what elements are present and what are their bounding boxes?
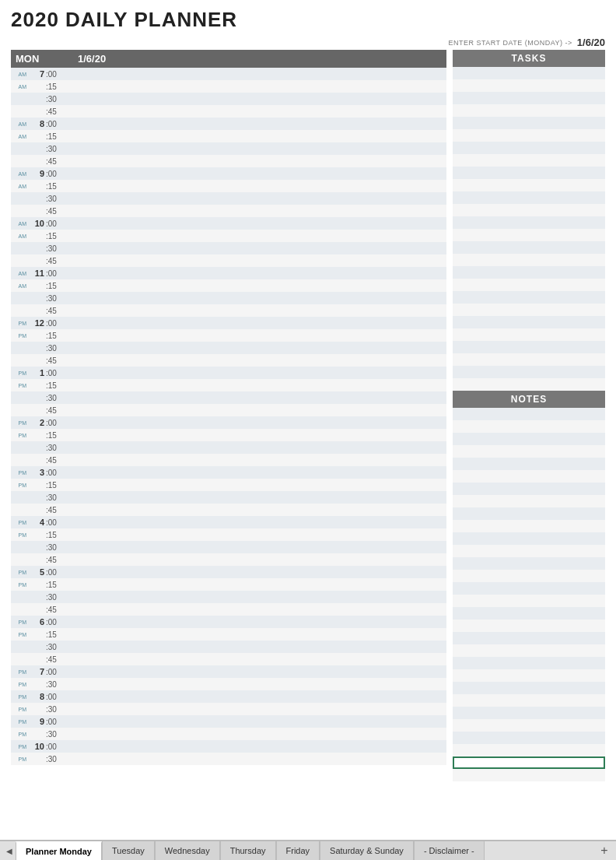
event-cell[interactable]	[62, 230, 446, 242]
time-row[interactable]: PM:15	[11, 429, 446, 441]
time-row[interactable]: PM5:00	[11, 566, 446, 578]
event-cell[interactable]	[62, 105, 446, 118]
tab-saturday--sunday[interactable]: Saturday & Sunday	[320, 841, 414, 860]
note-row[interactable]	[453, 408, 605, 420]
time-row[interactable]: :30	[11, 142, 446, 155]
event-cell[interactable]	[62, 254, 446, 267]
note-row[interactable]	[453, 682, 605, 694]
event-cell[interactable]	[62, 628, 446, 641]
event-cell[interactable]	[62, 68, 446, 80]
task-row[interactable]	[453, 353, 605, 366]
event-cell[interactable]	[62, 578, 446, 591]
time-row[interactable]: AM:15	[11, 279, 446, 292]
event-cell[interactable]	[62, 292, 446, 304]
time-row[interactable]: :45	[11, 504, 446, 516]
task-row[interactable]	[453, 204, 605, 216]
time-row[interactable]: PM:30	[11, 728, 446, 740]
task-row[interactable]	[453, 179, 605, 191]
task-row[interactable]	[453, 279, 605, 291]
time-row[interactable]: :30	[11, 541, 446, 553]
event-cell[interactable]	[62, 242, 446, 254]
time-row[interactable]: :45	[11, 304, 446, 317]
task-row[interactable]	[453, 266, 605, 279]
task-row[interactable]	[453, 92, 605, 104]
event-cell[interactable]	[62, 678, 446, 690]
note-row[interactable]	[453, 557, 605, 570]
task-row[interactable]	[453, 241, 605, 254]
note-row[interactable]	[453, 470, 605, 483]
time-row[interactable]: PM:15	[11, 329, 446, 342]
note-row[interactable]	[453, 433, 605, 445]
time-row[interactable]: PM2:00	[11, 416, 446, 429]
time-row[interactable]: :30	[11, 441, 446, 454]
event-cell[interactable]	[62, 728, 446, 740]
task-row[interactable]	[453, 304, 605, 316]
event-cell[interactable]	[62, 205, 446, 217]
event-cell[interactable]	[62, 690, 446, 703]
note-row[interactable]	[453, 545, 605, 557]
event-cell[interactable]	[62, 591, 446, 603]
time-row[interactable]: :45	[11, 205, 446, 217]
event-cell[interactable]	[62, 753, 446, 765]
time-row[interactable]: :45	[11, 155, 446, 167]
time-row[interactable]: PM:30	[11, 753, 446, 765]
tab-nav-left[interactable]: ◀	[3, 844, 16, 857]
task-row[interactable]	[453, 154, 605, 167]
note-row[interactable]	[453, 669, 605, 682]
event-cell[interactable]	[62, 404, 446, 416]
note-row[interactable]	[453, 620, 605, 632]
note-row[interactable]	[453, 495, 605, 507]
event-cell[interactable]	[62, 279, 446, 292]
note-row[interactable]	[453, 744, 605, 756]
event-cell[interactable]	[62, 441, 446, 454]
task-row[interactable]	[453, 378, 605, 391]
note-row[interactable]	[453, 445, 605, 458]
event-cell[interactable]	[62, 118, 446, 130]
event-cell[interactable]	[62, 329, 446, 342]
event-cell[interactable]	[62, 429, 446, 441]
event-cell[interactable]	[62, 155, 446, 167]
time-row[interactable]: PM:30	[11, 678, 446, 690]
task-row[interactable]	[453, 104, 605, 117]
tab-friday[interactable]: Friday	[276, 841, 320, 860]
event-cell[interactable]	[62, 566, 446, 578]
event-cell[interactable]	[62, 354, 446, 367]
tab---disclaimer--[interactable]: - Disclaimer -	[414, 841, 485, 860]
task-row[interactable]	[453, 316, 605, 328]
event-cell[interactable]	[62, 367, 446, 379]
event-cell[interactable]	[62, 130, 446, 142]
event-cell[interactable]	[62, 528, 446, 541]
time-row[interactable]: AM:15	[11, 80, 446, 93]
event-cell[interactable]	[62, 93, 446, 105]
time-row[interactable]: PM1:00	[11, 367, 446, 379]
event-cell[interactable]	[62, 603, 446, 616]
event-cell[interactable]	[62, 192, 446, 205]
time-row[interactable]: PM4:00	[11, 516, 446, 528]
time-row[interactable]: :30	[11, 591, 446, 603]
tab-add-button[interactable]: +	[596, 842, 613, 859]
time-row[interactable]: :45	[11, 653, 446, 665]
start-date-value[interactable]: 1/6/20	[577, 37, 605, 48]
time-row[interactable]: PM10:00	[11, 740, 446, 753]
event-cell[interactable]	[62, 740, 446, 753]
time-row[interactable]: :30	[11, 342, 446, 354]
note-row[interactable]	[453, 657, 605, 669]
time-row[interactable]: :45	[11, 105, 446, 118]
task-row[interactable]	[453, 254, 605, 266]
event-cell[interactable]	[62, 641, 446, 653]
event-cell[interactable]	[62, 553, 446, 566]
time-row[interactable]: AM:15	[11, 230, 446, 242]
time-row[interactable]: PM8:00	[11, 690, 446, 703]
task-row[interactable]	[453, 167, 605, 179]
note-row[interactable]	[453, 769, 605, 781]
note-row[interactable]	[453, 458, 605, 470]
time-row[interactable]: :30	[11, 641, 446, 653]
time-row[interactable]: :30	[11, 242, 446, 254]
task-row[interactable]	[453, 328, 605, 341]
event-cell[interactable]	[62, 317, 446, 329]
time-row[interactable]: :30	[11, 292, 446, 304]
task-row[interactable]	[453, 79, 605, 92]
time-row[interactable]: :45	[11, 254, 446, 267]
event-cell[interactable]	[62, 180, 446, 192]
event-cell[interactable]	[62, 80, 446, 93]
